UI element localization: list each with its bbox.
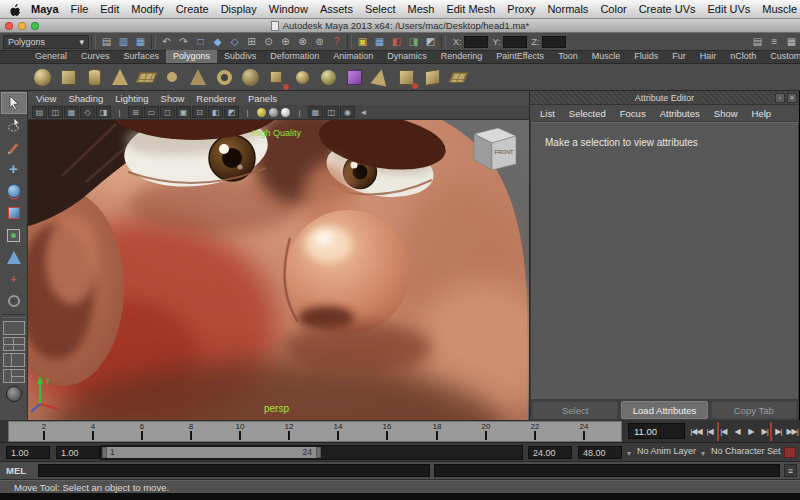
layout-pane-outliner-button[interactable] bbox=[3, 369, 25, 383]
shelf-tab-subdivs[interactable]: Subdivs bbox=[217, 50, 263, 63]
ae-menu-attributes[interactable]: Attributes bbox=[660, 108, 700, 119]
new-scene-icon[interactable]: ▤ bbox=[98, 34, 115, 49]
soft-modification-tool-button[interactable] bbox=[1, 246, 27, 268]
grid-toggle-icon[interactable]: ⊞ bbox=[128, 106, 143, 118]
show-channel-box-icon[interactable]: ▦ bbox=[783, 34, 800, 49]
shelf-tab-animation[interactable]: Animation bbox=[326, 50, 380, 63]
shelf-tab-general[interactable]: General bbox=[28, 50, 74, 63]
shelf-item-poly-torus[interactable] bbox=[160, 65, 184, 89]
save-scene-icon[interactable]: ▦ bbox=[132, 34, 149, 49]
snap-point-icon[interactable]: ⊕ bbox=[277, 34, 294, 49]
layout-two-pane-side-button[interactable] bbox=[3, 353, 25, 367]
animation-end-field[interactable]: 48.00 bbox=[578, 446, 622, 459]
menu-display[interactable]: Display bbox=[215, 3, 263, 15]
menu-create[interactable]: Create bbox=[170, 3, 215, 15]
shelf-tab-ncloth[interactable]: nCloth bbox=[723, 50, 763, 63]
show-attribute-editor-icon[interactable]: ▤ bbox=[749, 34, 766, 49]
ae-menu-show[interactable]: Show bbox=[714, 108, 738, 119]
menu-file[interactable]: File bbox=[65, 3, 95, 15]
anim-layer-selector[interactable]: No Anim Layer bbox=[637, 446, 696, 456]
shelf-tab-dynamics[interactable]: Dynamics bbox=[380, 50, 434, 63]
menu-create-uvs[interactable]: Create UVs bbox=[633, 3, 702, 15]
viewport-menu-shading[interactable]: Shading bbox=[68, 93, 111, 104]
paint-selection-tool-button[interactable] bbox=[1, 136, 27, 158]
shelf-item-boolean[interactable] bbox=[316, 65, 340, 89]
xray-icon[interactable]: ◫ bbox=[324, 106, 339, 118]
status-divider[interactable] bbox=[441, 35, 446, 49]
safe-title-icon[interactable]: ◩ bbox=[224, 106, 239, 118]
range-start-handle[interactable] bbox=[102, 447, 107, 458]
shelf-tab-polygons[interactable]: Polygons bbox=[166, 50, 217, 63]
safe-action-icon[interactable]: ◧ bbox=[208, 106, 223, 118]
universal-manipulator-button[interactable] bbox=[1, 224, 27, 246]
playback-end-field[interactable]: 24.00 bbox=[528, 446, 572, 459]
copy-tab-button[interactable]: Copy Tab bbox=[711, 401, 797, 419]
viewport-menu-lighting[interactable]: Lighting bbox=[115, 93, 156, 104]
gate-mask-icon[interactable]: ▣ bbox=[176, 106, 191, 118]
y-coordinate-input[interactable] bbox=[503, 36, 527, 48]
menu-muscle[interactable]: Muscle bbox=[756, 3, 800, 15]
select-tool-button[interactable] bbox=[1, 92, 27, 114]
shelf-item-poly-pipe[interactable] bbox=[212, 65, 236, 89]
shelf-tab-painteffects[interactable]: PaintEffects bbox=[489, 50, 551, 63]
menu-edit[interactable]: Edit bbox=[94, 3, 125, 15]
shelf-item-poly-soccer[interactable] bbox=[238, 65, 262, 89]
resolution-gate-icon[interactable]: ◻ bbox=[160, 106, 175, 118]
rotate-tool-button[interactable] bbox=[1, 180, 27, 202]
script-editor-icon[interactable]: ≡ bbox=[784, 464, 797, 477]
close-panel-icon[interactable]: × bbox=[787, 93, 797, 103]
auto-keyframe-icon[interactable] bbox=[784, 447, 796, 458]
menu-assets[interactable]: Assets bbox=[314, 3, 359, 15]
ipr-render-icon[interactable]: ◨ bbox=[405, 34, 422, 49]
shelf-tab-hair[interactable]: Hair bbox=[693, 50, 724, 63]
animation-start-field[interactable]: 1.00 bbox=[6, 446, 50, 459]
range-end-handle[interactable] bbox=[316, 447, 321, 458]
mute-icon[interactable]: ⌐ bbox=[773, 449, 778, 458]
shelf-tab-muscle[interactable]: Muscle bbox=[585, 50, 628, 63]
exposure-icon[interactable]: ◉ bbox=[340, 106, 355, 118]
viewport-menu-view[interactable]: View bbox=[36, 93, 64, 104]
viewport-menu-panels[interactable]: Panels bbox=[248, 93, 285, 104]
last-tool-button[interactable] bbox=[1, 290, 27, 312]
ae-menu-focus[interactable]: Focus bbox=[620, 108, 646, 119]
shelf-item-poly-cylinder[interactable] bbox=[82, 65, 106, 89]
shelf-item-separate[interactable] bbox=[290, 65, 314, 89]
shelf-item-poly-sphere[interactable] bbox=[30, 65, 54, 89]
float-panel-icon[interactable]: ▫ bbox=[775, 93, 785, 103]
ae-menu-list[interactable]: List bbox=[540, 108, 555, 119]
current-time-field[interactable]: 11.00 bbox=[628, 423, 685, 439]
open-scene-icon[interactable]: ▥ bbox=[115, 34, 132, 49]
shelf-item-poly-plane[interactable] bbox=[134, 65, 158, 89]
go-to-end-button[interactable]: ▶▶| bbox=[785, 422, 799, 441]
viewport-canvas[interactable]: FRONT y High Quality persp bbox=[28, 120, 529, 420]
menu-maya[interactable]: Maya bbox=[25, 3, 65, 15]
load-attributes-button[interactable]: Load Attributes bbox=[621, 401, 707, 419]
window-titlebar[interactable]: Autodesk Maya 2013 x64: /Users/mac/Deskt… bbox=[0, 19, 800, 33]
select-component-icon[interactable]: ◇ bbox=[226, 34, 243, 49]
menu-color[interactable]: Color bbox=[594, 3, 632, 15]
attribute-editor-titlebar[interactable]: Attribute Editor ▫ × bbox=[530, 91, 799, 105]
step-forward-key-button[interactable]: ▶| bbox=[772, 422, 786, 441]
bookmark-icon[interactable]: ◇ bbox=[80, 106, 95, 118]
time-slider-track[interactable]: 2 4 6 8 10 12 14 16 18 20 22 24 bbox=[8, 421, 622, 442]
layout-shelf-icon[interactable] bbox=[6, 386, 22, 402]
ae-menu-help[interactable]: Help bbox=[752, 108, 772, 119]
shelf-tab-toon[interactable]: Toon bbox=[551, 50, 585, 63]
playback-start-field[interactable]: 1.00 bbox=[56, 446, 100, 459]
field-chart-icon[interactable]: ⊡ bbox=[192, 106, 207, 118]
step-back-frame-button[interactable]: |◀ bbox=[717, 422, 731, 441]
redo-icon[interactable]: ↷ bbox=[175, 34, 192, 49]
highlight-selection-icon[interactable]: ▣ bbox=[354, 34, 371, 49]
character-set-selector[interactable]: No Character Set bbox=[711, 446, 781, 456]
layout-four-pane-button[interactable] bbox=[3, 337, 25, 351]
viewport-menu-renderer[interactable]: Renderer bbox=[196, 93, 244, 104]
status-divider[interactable] bbox=[151, 35, 156, 49]
select-camera-icon[interactable]: ▤ bbox=[32, 106, 47, 118]
step-back-key-button[interactable]: |◀ bbox=[703, 422, 717, 441]
shelf-item-combine[interactable] bbox=[264, 65, 288, 89]
go-to-start-button[interactable]: |◀◀ bbox=[689, 422, 703, 441]
snap-plane-icon[interactable]: ⊗ bbox=[294, 34, 311, 49]
textured-mode-icon[interactable] bbox=[281, 108, 290, 117]
move-tool-button[interactable]: + bbox=[1, 158, 27, 180]
camera-attributes-icon[interactable]: ▦ bbox=[64, 106, 79, 118]
